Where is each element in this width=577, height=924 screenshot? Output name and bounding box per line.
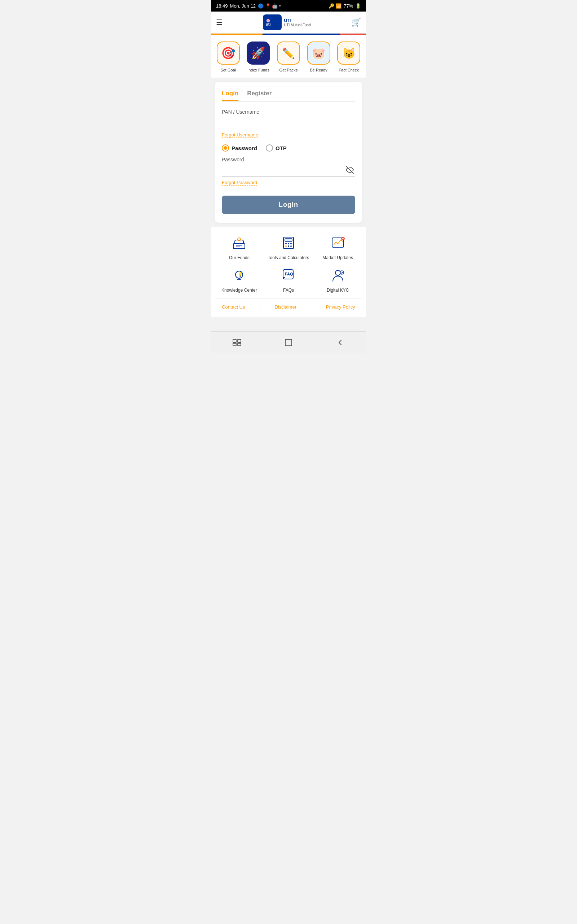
- footer-digital-kyc[interactable]: Digital KYC: [316, 266, 359, 293]
- status-icons: 🔵 📍 🤖 •: [258, 3, 280, 9]
- progress-seg2: [263, 34, 340, 35]
- svg-rect-4: [233, 244, 245, 249]
- password-radio-circle: [222, 144, 229, 152]
- svg-point-12: [290, 243, 292, 244]
- market-updates-label: Market Updates: [322, 255, 353, 260]
- digital-kyc-icon: [329, 266, 347, 285]
- status-time: 18:49: [216, 3, 228, 9]
- logo-container: 🌸 uti UTI UTI Mutual Fund: [263, 15, 311, 30]
- fact-check-label: Fact Check: [338, 68, 359, 73]
- footer-divider-2: [311, 304, 311, 310]
- hamburger-icon[interactable]: ☰: [216, 18, 222, 27]
- faqs-icon: FAQ: [279, 266, 298, 285]
- login-card: Login Register PAN / Username Forgot Use…: [214, 82, 363, 223]
- otp-radio[interactable]: OTP: [266, 144, 287, 152]
- progress-seg1: [211, 34, 263, 35]
- be-ready-label: Be Ready: [310, 68, 327, 73]
- toggle-password-icon[interactable]: [346, 166, 354, 176]
- feature-set-goal[interactable]: 🎯 Set Goal: [214, 42, 242, 73]
- tools-calculators-icon: [279, 234, 298, 252]
- footer-row-1: Our Funds Tools and Calculators: [214, 234, 363, 260]
- svg-rect-31: [238, 343, 241, 346]
- be-ready-icon-wrap: 🐷: [307, 42, 330, 65]
- footer-market-updates[interactable]: Market Updates: [316, 234, 359, 260]
- disclaimer-link[interactable]: Disclaimer: [274, 304, 297, 310]
- faqs-label: FAQs: [283, 288, 294, 293]
- our-funds-label: Our Funds: [229, 255, 250, 260]
- feature-index-funds[interactable]: 🚀 Index Funds: [244, 42, 272, 73]
- get-packs-icon-wrap: ✏️: [277, 42, 300, 65]
- status-battery-icon: 🔑 📶: [329, 3, 342, 9]
- knowledge-center-icon: 💡: [230, 266, 248, 285]
- footer-row-2: 💡 Knowledge Center FAQ FAQs: [214, 266, 363, 293]
- digital-kyc-label: Digital KYC: [327, 288, 349, 293]
- nav-home[interactable]: [282, 336, 295, 349]
- feature-get-packs[interactable]: ✏️ Get Packs: [274, 42, 303, 73]
- footer-knowledge-center[interactable]: 💡 Knowledge Center: [218, 266, 261, 293]
- otp-radio-label: OTP: [276, 145, 287, 151]
- svg-point-14: [288, 246, 289, 247]
- privacy-policy-link[interactable]: Privacy Policy: [326, 304, 355, 310]
- otp-radio-circle: [266, 144, 273, 152]
- top-nav: ☰ 🌸 uti UTI UTI Mutual Fund 🛒: [211, 11, 366, 34]
- progress-seg3: [340, 34, 366, 35]
- forgot-username-link[interactable]: Forgot Username: [222, 132, 258, 138]
- status-bar: 18:49 Mon, Jun 12 🔵 📍 🤖 • 🔑 📶 77% 🔋: [211, 0, 366, 11]
- password-radio-label: Password: [232, 145, 257, 151]
- footer-divider-1: [259, 304, 260, 310]
- svg-text:💡: 💡: [238, 272, 243, 277]
- svg-rect-30: [233, 343, 236, 346]
- footer-tools-calculators[interactable]: Tools and Calculators: [267, 234, 310, 260]
- svg-point-15: [290, 246, 292, 247]
- battery-icon: 🔋: [355, 3, 361, 9]
- uti-logo-svg: 🌸 uti: [264, 16, 280, 29]
- footer-faqs[interactable]: FAQ FAQs: [267, 266, 310, 293]
- svg-point-13: [285, 246, 287, 247]
- svg-rect-9: [285, 239, 292, 241]
- svg-point-10: [285, 243, 287, 244]
- market-updates-icon: [329, 234, 347, 252]
- footer-grid: Our Funds Tools and Calculators: [211, 227, 366, 317]
- tab-register[interactable]: Register: [247, 90, 272, 101]
- tab-row: Login Register: [222, 90, 355, 102]
- status-date: Mon, Jun 12: [230, 3, 256, 9]
- index-funds-label: Index Funds: [247, 68, 269, 73]
- nav-back[interactable]: [334, 336, 347, 349]
- password-input[interactable]: [222, 165, 355, 177]
- svg-text:FAQ: FAQ: [285, 272, 293, 276]
- pan-input[interactable]: [222, 117, 355, 129]
- pan-label: PAN / Username: [222, 109, 355, 115]
- cart-icon[interactable]: 🛒: [351, 18, 361, 27]
- login-button[interactable]: Login: [222, 195, 355, 214]
- radio-row: Password OTP: [222, 144, 355, 152]
- feature-be-ready[interactable]: 🐷 Be Ready: [305, 42, 333, 73]
- logo-box: 🌸 uti: [263, 15, 282, 30]
- our-funds-icon: [230, 234, 248, 252]
- svg-rect-32: [285, 339, 292, 346]
- index-funds-icon-wrap: 🚀: [247, 42, 270, 65]
- svg-rect-29: [238, 339, 241, 342]
- get-packs-label: Get Packs: [279, 68, 298, 73]
- password-radio[interactable]: Password: [222, 144, 257, 152]
- forgot-password-link[interactable]: Forgot Password: [222, 180, 257, 186]
- footer-links: Contact Us Disclaimer Privacy Policy: [214, 299, 363, 313]
- feature-fact-check[interactable]: 😺 Fact Check: [335, 42, 363, 73]
- status-battery: 77%: [344, 3, 353, 9]
- features-row: 🎯 Set Goal 🚀 Index Funds ✏️ Get Packs 🐷 …: [211, 35, 366, 78]
- footer-our-funds[interactable]: Our Funds: [218, 234, 261, 260]
- tab-login[interactable]: Login: [222, 90, 239, 101]
- logo-brand: UTI UTI Mutual Fund: [284, 18, 311, 27]
- progress-strip: [211, 34, 366, 35]
- svg-point-26: [335, 270, 340, 275]
- svg-rect-28: [233, 339, 236, 342]
- svg-text:uti: uti: [266, 22, 271, 26]
- set-goal-icon-wrap: 🎯: [217, 42, 240, 65]
- password-label: Password: [222, 157, 355, 162]
- knowledge-center-label: Knowledge Center: [221, 288, 257, 293]
- nav-recent-apps[interactable]: [230, 336, 243, 349]
- contact-us-link[interactable]: Contact Us: [222, 304, 245, 310]
- password-wrap: [222, 165, 355, 177]
- set-goal-label: Set Goal: [220, 68, 236, 73]
- bottom-nav-bar: [211, 331, 366, 353]
- tools-calculators-label: Tools and Calculators: [268, 255, 309, 260]
